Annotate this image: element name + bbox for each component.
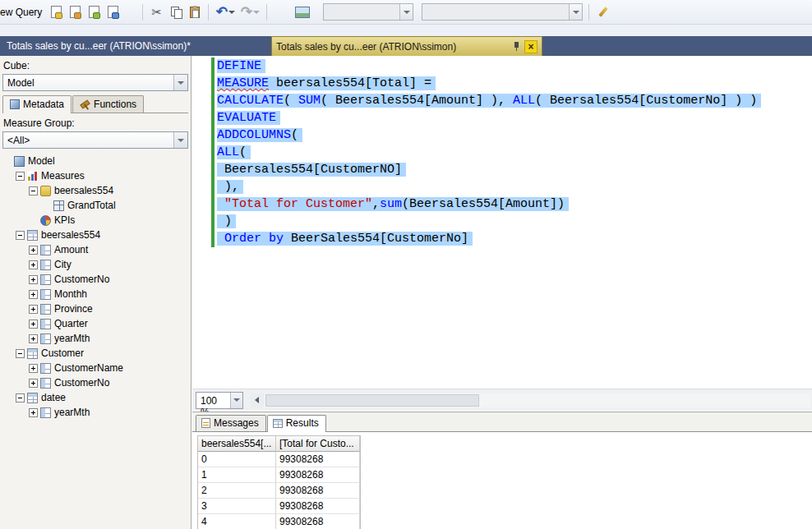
column-header[interactable]: [Total for Custo... xyxy=(276,436,360,452)
pin-icon[interactable] xyxy=(512,41,521,52)
expand-icon[interactable] xyxy=(29,334,38,343)
tab-functions[interactable]: Functions xyxy=(72,95,144,113)
cut-button[interactable]: ✂ xyxy=(147,3,166,21)
new-xmla-query-button[interactable] xyxy=(85,3,104,21)
expand-icon[interactable] xyxy=(29,246,38,255)
copy-button[interactable] xyxy=(166,3,185,21)
result-row[interactable]: 399308268 xyxy=(198,499,360,514)
tree-item-yearMth[interactable]: yearMth xyxy=(0,331,191,346)
metadata-tree: ModelMeasuresbeersales554GrandTotalKPIsb… xyxy=(0,154,191,420)
tree-item-beersales554[interactable]: beersales554 xyxy=(0,183,191,198)
code-line[interactable]: ADDCOLUMNS( xyxy=(217,126,761,144)
cube-selector[interactable]: Model xyxy=(2,74,188,91)
tree-item-City[interactable]: City xyxy=(0,257,191,272)
tree-item-beersales554[interactable]: beersales554 xyxy=(0,228,191,242)
tab-results[interactable]: Results xyxy=(267,415,326,432)
keyword-token: CALCULATE xyxy=(217,94,284,108)
tab-metadata[interactable]: Metadata xyxy=(2,95,72,113)
cube-combobox-dropdown[interactable] xyxy=(569,4,582,20)
new-sql-query-button[interactable] xyxy=(104,3,122,21)
tab-background-document[interactable]: Totals sales by cu...eer (ATRION\ssimon)… xyxy=(7,36,191,56)
tree-item-KPIs[interactable]: KPIs xyxy=(0,213,191,228)
code-line[interactable]: "Total for Customer",sum(Beersales554[Am… xyxy=(217,196,761,213)
tree-item-CustomerNo[interactable]: CustomerNo xyxy=(0,272,191,287)
tree-item-CustomerName[interactable]: CustomerName xyxy=(0,361,191,375)
new-mdx-query-button[interactable] xyxy=(47,3,66,21)
measure-group-selector[interactable]: <All> xyxy=(2,131,188,149)
column-header[interactable]: beersales554[... xyxy=(198,436,276,452)
expand-icon[interactable] xyxy=(29,408,38,417)
new-query-button[interactable]: ew Query xyxy=(0,5,47,20)
collapse-icon[interactable] xyxy=(16,231,25,240)
code-line[interactable]: ), xyxy=(217,178,761,196)
tree-item-Customer[interactable]: Customer xyxy=(0,346,191,361)
scrollbar-thumb[interactable] xyxy=(265,394,479,407)
code-line[interactable]: Order by BeerSales554[CustomerNo] xyxy=(217,230,761,247)
chevron-down-icon xyxy=(233,398,240,402)
expand-icon[interactable] xyxy=(29,290,38,299)
column-icon xyxy=(40,274,51,285)
code-line[interactable]: DEFINE xyxy=(217,58,761,75)
expand-icon[interactable] xyxy=(29,364,38,373)
expand-icon[interactable] xyxy=(29,320,38,329)
database-combobox[interactable] xyxy=(323,3,413,21)
horizontal-scrollbar[interactable] xyxy=(250,393,810,407)
cube-selector-dropdown[interactable] xyxy=(173,75,187,90)
tree-item-Model[interactable]: Model xyxy=(0,154,191,168)
code-area[interactable]: DEFINEMEASURE beersales554[Total] =CALCU… xyxy=(217,58,761,247)
result-row[interactable]: 099308268 xyxy=(198,452,360,467)
expand-icon[interactable] xyxy=(29,260,38,269)
undo-dropdown-icon[interactable] xyxy=(228,11,235,14)
tree-item-Province[interactable]: Province xyxy=(0,301,191,316)
design-query-button[interactable] xyxy=(293,3,311,21)
collapse-icon[interactable] xyxy=(16,349,25,358)
paste-button[interactable] xyxy=(185,3,204,21)
collapse-icon[interactable] xyxy=(29,186,38,196)
scrollbar-left-button[interactable] xyxy=(250,393,264,407)
close-tab-button[interactable]: × xyxy=(524,40,537,53)
code-line[interactable]: EVALUATE xyxy=(217,109,761,126)
tab-messages[interactable]: Messages xyxy=(196,415,266,431)
code-token xyxy=(217,197,224,211)
redo-button[interactable]: ↷ xyxy=(238,3,262,21)
expand-icon[interactable] xyxy=(29,379,38,388)
result-row[interactable]: 499308268 xyxy=(198,514,360,529)
tree-item-datee[interactable]: datee xyxy=(0,390,191,405)
collapse-icon[interactable] xyxy=(16,172,25,181)
database-combobox-dropdown[interactable] xyxy=(399,4,413,20)
tree-item-Measures[interactable]: Measures xyxy=(0,168,191,183)
zoom-dropdown[interactable] xyxy=(230,393,242,408)
tree-item-yearMth[interactable]: yearMth xyxy=(0,405,191,420)
new-dmx-query-button[interactable] xyxy=(66,3,85,21)
pen-icon xyxy=(598,7,607,17)
tree-item-Monthh[interactable]: Monthh xyxy=(0,287,191,301)
code-line[interactable]: Beersales554[CustomerNO] xyxy=(217,161,761,178)
tree-item-Amount[interactable]: Amount xyxy=(0,242,191,257)
expand-icon[interactable] xyxy=(29,305,38,314)
code-line[interactable]: ) xyxy=(217,213,761,230)
query-editor[interactable]: DEFINEMEASURE beersales554[Total] =CALCU… xyxy=(192,56,812,389)
code-token: ( Beersales554[Amount] ), xyxy=(321,94,513,108)
code-line[interactable]: MEASURE beersales554[Total] = xyxy=(217,75,761,92)
result-cell: 0 xyxy=(198,452,276,467)
result-row[interactable]: 299308268 xyxy=(198,483,360,499)
undo-button[interactable]: ↶ xyxy=(213,3,238,21)
tree-item-CustomerNo[interactable]: CustomerNo xyxy=(0,375,191,390)
code-line[interactable]: ALL( xyxy=(217,144,761,161)
code-line[interactable]: CALCULATE( SUM( Beersales554[Amount] ), … xyxy=(217,92,761,109)
expand-icon[interactable] xyxy=(29,275,38,284)
result-cell: 1 xyxy=(198,467,276,483)
cube-combobox[interactable] xyxy=(422,3,583,21)
tree-item-GrandTotal[interactable]: GrandTotal xyxy=(0,198,191,213)
result-row[interactable]: 199308268 xyxy=(198,467,360,483)
code-token: ( xyxy=(284,94,298,108)
edit-button[interactable] xyxy=(593,3,612,21)
redo-dropdown-icon[interactable] xyxy=(253,11,260,14)
collapse-icon[interactable] xyxy=(16,393,25,402)
tree-item-Quarter[interactable]: Quarter xyxy=(0,316,191,331)
functions-icon xyxy=(80,99,90,110)
metadata-panel: Cube: Model Metadata Functions Measure G… xyxy=(0,56,191,529)
measure-group-dropdown[interactable] xyxy=(173,132,187,148)
tab-active-document[interactable]: Totals sales by cu...eer (ATRION\ssimon)… xyxy=(271,36,542,56)
zoom-selector[interactable]: 100 % xyxy=(196,392,243,409)
